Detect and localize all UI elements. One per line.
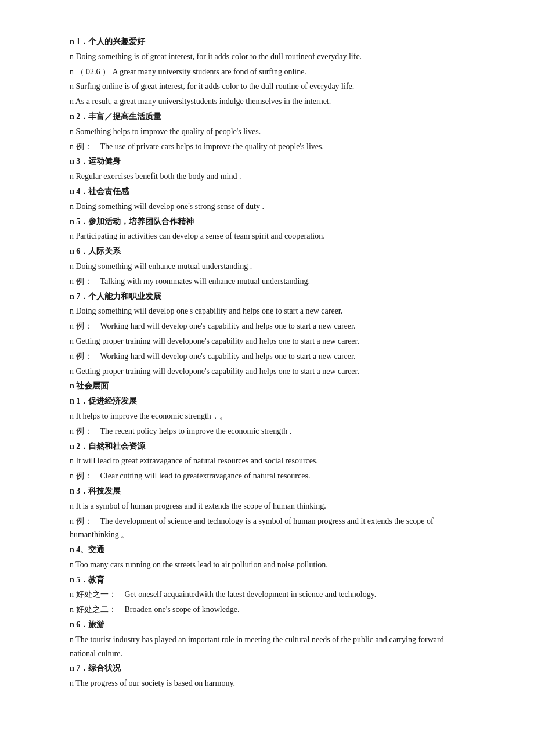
content-line: n 例： Working hard will develop one's cap…: [70, 350, 464, 363]
content-line: n Doing something is of great interest, …: [70, 50, 464, 64]
content-line: n Doing something will develop one's str…: [70, 200, 464, 214]
main-content: n 1．个人的兴趣爱好n Doing something is of great…: [70, 35, 464, 690]
content-line: n 3．运动健身: [70, 154, 464, 168]
content-line: n It helps to improve the economic stren…: [70, 409, 464, 423]
content-line: n 例： Clear cutting will lead to greatext…: [70, 469, 464, 483]
content-line: n The progress of our society is based o…: [70, 676, 464, 690]
content-line: n 社会层面: [70, 379, 464, 393]
content-line: n Doing something will enhance mutual un…: [70, 260, 464, 273]
content-line: n 例： Working hard will develop one's cap…: [70, 319, 464, 333]
content-line: n （ 02.6 ） A great many university stude…: [70, 65, 464, 79]
content-line: n 4、交通: [70, 543, 464, 557]
content-line: n 7．个人能力和职业发展: [70, 290, 464, 304]
content-line: n Getting proper training will developon…: [70, 334, 464, 348]
content-line: n 例： The use of private cars helps to im…: [70, 140, 464, 154]
content-line: n 2．丰富／提高生活质量: [70, 110, 464, 124]
content-line: n Too many cars running on the streets l…: [70, 558, 464, 572]
content-line: n The tourist industry has played an imp…: [70, 633, 464, 661]
content-line: n Doing something will develop one's cap…: [70, 304, 464, 318]
content-line: n 4．社会责任感: [70, 185, 464, 199]
content-line: n 6．旅游: [70, 618, 464, 632]
content-line: n Participating in activities can develo…: [70, 229, 464, 243]
content-line: n 例： Talking with my roommates will enha…: [70, 275, 464, 289]
content-line: n 1．促进经济发展: [70, 394, 464, 408]
content-line: n Getting proper training will developon…: [70, 365, 464, 379]
content-line: n Surfing online is of great interest, f…: [70, 80, 464, 93]
content-line: n 好处之二： Broaden one's scope of knowledge…: [70, 603, 464, 617]
content-line: n 3．科技发展: [70, 484, 464, 498]
content-line: n As a result, a great many universityst…: [70, 95, 464, 109]
content-line: n 2．自然和社会资源: [70, 440, 464, 453]
content-line: n 1．个人的兴趣爱好: [70, 35, 464, 49]
content-line: n It will lead to great extravagance of …: [70, 454, 464, 468]
content-line: n 7．综合状况: [70, 661, 464, 675]
content-line: n Something helps to improve the quality…: [70, 125, 464, 139]
content-line: n 6．人际关系: [70, 244, 464, 258]
content-line: n 5．教育: [70, 573, 464, 587]
content-line: n It is a symbol of human progress and i…: [70, 499, 464, 513]
content-line: n Regular exercises benefit both the bod…: [70, 170, 464, 183]
content-line: n 好处之一： Get oneself acquaintedwith the l…: [70, 588, 464, 602]
content-line: n 例： The recent policy helps to improve …: [70, 424, 464, 438]
content-line: n 例： The development of science and tech…: [70, 514, 464, 542]
content-line: n 5．参加活动，培养团队合作精神: [70, 215, 464, 229]
